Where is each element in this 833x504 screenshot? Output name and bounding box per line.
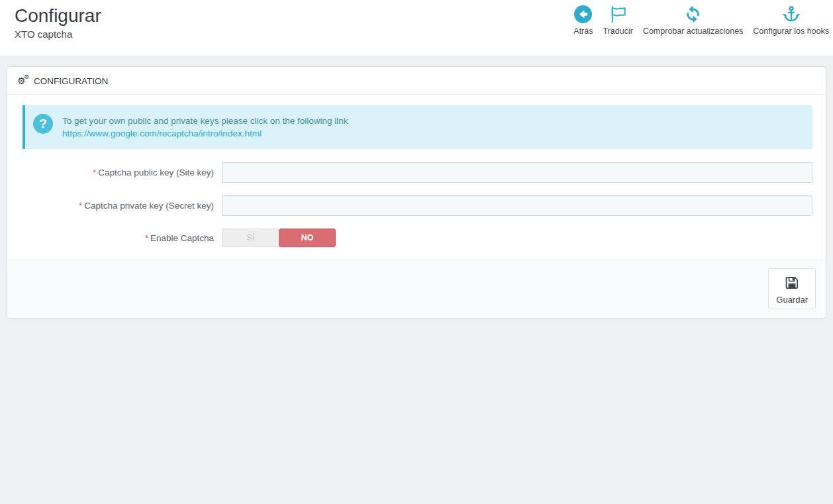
configuration-panel: ⚙⚙ CONFIGURATION ? To get your own publi…: [7, 66, 826, 319]
configuration-form: *Captcha public key (Site key) *Captcha …: [23, 162, 812, 247]
form-row-private-key: *Captcha private key (Secret key): [23, 195, 812, 216]
private-key-label: *Captcha private key (Secret key): [23, 201, 222, 211]
anchor-icon: [782, 3, 801, 25]
page-titles: Configurar XTO captcha: [15, 0, 101, 40]
save-button-label: Guardar: [776, 295, 808, 305]
toolbar-back-label: Atrás: [573, 26, 593, 36]
toggle-no-button[interactable]: NO: [279, 228, 336, 247]
enable-captcha-label: *Enable Captcha: [23, 233, 222, 243]
toolbar-configure-hooks-button[interactable]: Configurar los hooks: [753, 3, 829, 36]
cogs-icon: ⚙⚙: [17, 76, 30, 86]
toolbar-check-updates-label: Comprobar actualizaciones: [643, 26, 743, 36]
public-key-label: *Captcha public key (Site key): [23, 168, 222, 177]
form-row-enable-captcha: *Enable Captcha SÍ NO: [23, 228, 812, 247]
toolbar-configure-hooks-label: Configurar los hooks: [753, 26, 829, 36]
toolbar-translate-button[interactable]: Traducir: [603, 3, 632, 36]
form-row-public-key: *Captcha public key (Site key): [23, 162, 812, 183]
toolbar-translate-label: Traducir: [603, 26, 632, 36]
back-icon: [573, 3, 593, 25]
required-asterisk: *: [93, 168, 96, 177]
content-area: ⚙⚙ CONFIGURATION ? To get your own publi…: [0, 56, 833, 504]
alert-text: To get your own public and private keys …: [62, 114, 348, 140]
toolbar-back-button[interactable]: Atrás: [573, 3, 593, 36]
panel-title: CONFIGURATION: [34, 76, 108, 86]
public-key-input[interactable]: [222, 162, 812, 183]
toggle-yes-button[interactable]: SÍ: [222, 228, 279, 247]
refresh-icon: [683, 3, 703, 25]
enable-captcha-toggle: SÍ NO: [222, 228, 336, 247]
help-icon: ?: [33, 114, 53, 134]
page-subtitle: XTO captcha: [15, 28, 101, 40]
panel-footer: Guardar: [7, 260, 826, 318]
info-alert: ? To get your own public and private key…: [23, 105, 812, 149]
panel-body: ? To get your own public and private key…: [7, 95, 826, 247]
page-header: Configurar XTO captcha Atrás Traducir: [0, 0, 833, 56]
required-asterisk: *: [79, 201, 82, 211]
required-asterisk: *: [145, 233, 148, 243]
save-icon: [783, 274, 801, 293]
page-title: Configurar: [15, 6, 101, 26]
panel-header: ⚙⚙ CONFIGURATION: [7, 67, 826, 95]
flag-icon: [608, 3, 628, 25]
save-button[interactable]: Guardar: [768, 268, 816, 309]
recaptcha-link[interactable]: https://www.google.com/recaptcha/intro/i…: [62, 127, 262, 140]
alert-line1: To get your own public and private keys …: [62, 116, 348, 126]
private-key-input[interactable]: [222, 195, 812, 216]
toolbar-check-updates-button[interactable]: Comprobar actualizaciones: [643, 3, 743, 36]
header-toolbar: Atrás Traducir Comprobar actualizaciones: [573, 0, 829, 36]
